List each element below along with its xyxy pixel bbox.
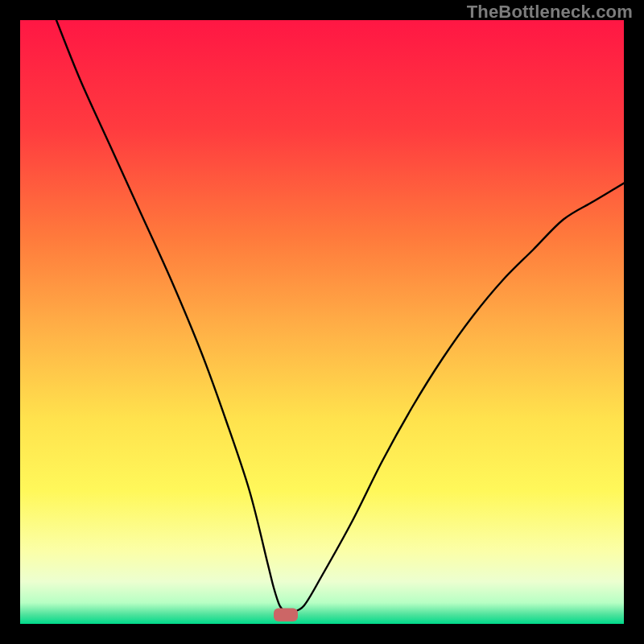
bottleneck-chart bbox=[20, 20, 624, 624]
bottleneck-marker bbox=[274, 609, 298, 622]
plot-area bbox=[20, 20, 624, 624]
watermark-text: TheBottleneck.com bbox=[467, 2, 633, 23]
gradient-background bbox=[20, 20, 624, 624]
outer-frame: TheBottleneck.com bbox=[0, 0, 644, 644]
